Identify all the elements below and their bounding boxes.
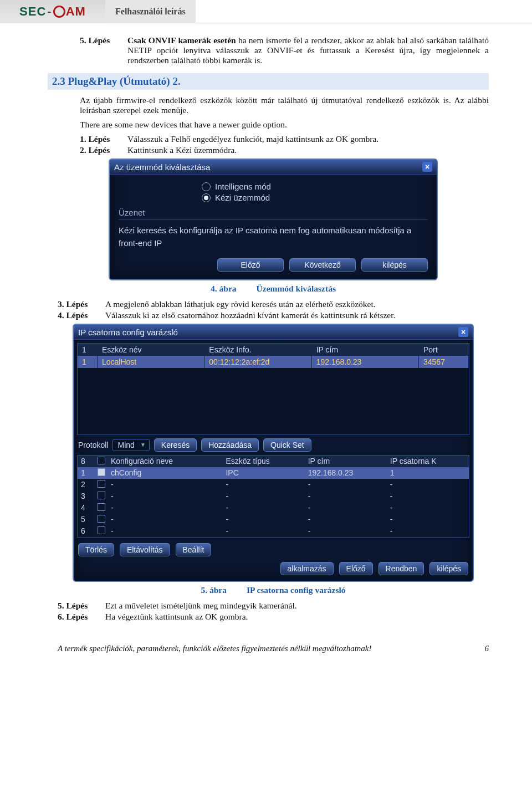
device-row[interactable]: 1 LocalHost 00:12:12:2a:ef:2d 192.168.0.…	[78, 356, 469, 368]
page-header: SEC-AM Felhasználói leírás	[0, 0, 532, 23]
channel-row[interactable]: 1chConfigIPC192.168.0.231	[78, 467, 469, 479]
page-footer: A termék specifikációk, paraméterek, fun…	[0, 634, 532, 662]
screenshot-ip-wizard: IP csatorna config varázsló × 1 Eszköz n…	[73, 324, 474, 582]
window-titlebar: IP csatorna config varázsló ×	[74, 325, 473, 340]
window-titlebar: Az üzemmód kiválasztása ×	[110, 160, 437, 175]
channel-row[interactable]: 4----	[78, 502, 469, 514]
figure-caption-5: 5. ábraIP csatorna config varázsló	[58, 585, 489, 595]
logo-c-icon	[53, 6, 65, 18]
protocol-row: Protokoll Mind Keresés Hozzáadása Quick …	[78, 438, 468, 452]
checkbox-icon[interactable]	[98, 468, 105, 476]
apply-button[interactable]: alkalmazás	[280, 562, 334, 575]
channel-row[interactable]: 2----	[78, 479, 469, 490]
close-icon[interactable]: ×	[422, 162, 432, 172]
page-number: 6	[485, 644, 489, 653]
radio-kezi[interactable]: Kézi üzemmód	[202, 193, 428, 202]
search-button[interactable]: Keresés	[154, 438, 197, 452]
window-title: IP csatorna config varázsló	[78, 328, 178, 337]
checkbox-icon[interactable]	[98, 492, 105, 499]
group-label: Üzenet	[119, 208, 428, 217]
step-3: 3. Lépés A megjelenő ablakban láthatjuk …	[58, 299, 489, 309]
step-5b: 5. Lépés Ezt a műveletet ismételjünk meg…	[58, 601, 489, 611]
checkbox-icon[interactable]	[98, 515, 105, 523]
step-2: 2. Lépés Kattintsunk a Kézi üzemmódra.	[58, 145, 489, 155]
step-5: 5. Lépés Csak ONVIF kamerák esetén ha ne…	[58, 35, 489, 65]
add-button[interactable]: Hozzáadása	[201, 438, 259, 452]
protocol-label: Protokoll	[78, 441, 108, 449]
brand-logo: SEC-AM	[0, 0, 105, 23]
section-heading: 2.3 Plug&Play (Útmutató) 2.	[48, 73, 489, 90]
prev-button[interactable]: Előző	[217, 258, 284, 272]
radio-intelligens[interactable]: Intelligens mód	[202, 182, 428, 191]
logo-sec: SEC	[19, 4, 46, 19]
set-button[interactable]: Beállít	[176, 543, 212, 556]
ok-button[interactable]: Rendben	[378, 562, 424, 575]
channel-grid: 8 Konfiguráció neve Eszköz típus IP cím …	[77, 455, 469, 538]
quickset-button[interactable]: Quick Set	[263, 438, 311, 452]
step-text: Csak ONVIF kamerák esetén ha nem ismerte…	[127, 35, 489, 65]
step-1: 1. Lépés Válasszuk a Felhő engedélyez fu…	[58, 134, 489, 144]
exit-button[interactable]: kilépés	[429, 562, 468, 575]
protocol-select[interactable]: Mind	[112, 439, 149, 451]
channel-row[interactable]: 3----	[78, 490, 469, 502]
channel-row[interactable]: 5----	[78, 514, 469, 525]
paragraph: There are some new devices that have a n…	[58, 120, 489, 130]
grid-empty-area	[78, 368, 469, 434]
grid-header: 1 Eszköz név Eszköz Info. IP cím Port	[78, 344, 469, 356]
paragraph: Az újabb firmwire-el rendelkező eszközök…	[58, 95, 489, 115]
screenshot-mode-select: Az üzemmód kiválasztása × Intelligens mó…	[109, 158, 438, 280]
radio-icon[interactable]	[202, 182, 211, 191]
channel-row[interactable]: 6----	[78, 525, 469, 537]
delete-button[interactable]: Törlés	[78, 543, 114, 556]
message-text: Kézi keresés és konfigurálja az IP csato…	[119, 224, 428, 249]
checkbox-icon[interactable]	[98, 526, 105, 534]
checkbox-icon[interactable]	[98, 480, 105, 488]
channel-grid-header: 8 Konfiguráció neve Eszköz típus IP cím …	[78, 456, 469, 467]
close-icon[interactable]: ×	[458, 327, 468, 337]
exit-button[interactable]: kilépés	[361, 258, 428, 272]
step-4: 4. Lépés Válasszuk ki az első csatornáho…	[58, 310, 489, 320]
checkbox-icon[interactable]	[98, 503, 105, 511]
figure-caption-4: 4. ábraÜzemmód kiválasztás	[58, 284, 489, 294]
radio-icon[interactable]	[202, 193, 211, 202]
device-grid: 1 Eszköz név Eszköz Info. IP cím Port 1 …	[77, 343, 469, 435]
footer-text: A termék specifikációk, paraméterek, fun…	[58, 644, 371, 653]
step-6: 6. Lépés Ha végeztünk kattintsunk az OK …	[58, 612, 489, 622]
remove-button[interactable]: Eltávolítás	[120, 543, 170, 556]
checkbox-icon[interactable]	[98, 457, 105, 464]
prev-button[interactable]: Előző	[339, 562, 373, 575]
logo-cam: AM	[66, 4, 86, 19]
step-label: 5. Lépés	[80, 35, 127, 65]
window-title: Az üzemmód kiválasztása	[114, 162, 210, 172]
page-body: 5. Lépés Csak ONVIF kamerák esetén ha ne…	[0, 23, 532, 634]
next-button[interactable]: Következő	[289, 258, 356, 272]
header-tab: Felhasználói leírás	[105, 0, 196, 23]
